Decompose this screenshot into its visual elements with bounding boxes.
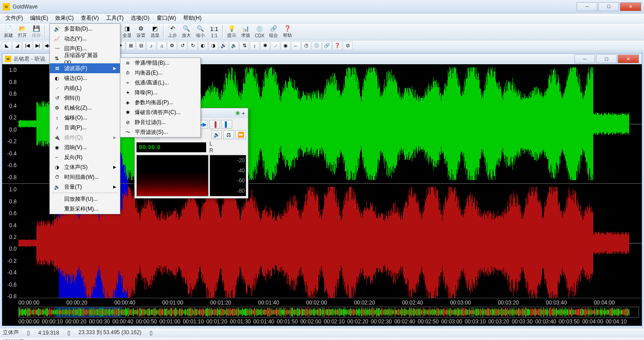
menu-item[interactable]: ⊘静音过滤(I)... [120,117,200,127]
effect-toolbar-button[interactable]: ⟋ [270,41,280,50]
toolbar-button-提示[interactable]: 💡提示 [225,24,238,40]
menu-item[interactable]: ↕偏移(O)... [50,113,120,123]
menu-item[interactable]: 编辑(E) [26,13,52,23]
menu-item[interactable]: ←反向(R) [50,152,120,162]
toolbar-button-上步[interactable]: ↶上步 [166,24,179,40]
menu-item[interactable]: ⚙机械化(Z)... [50,103,120,113]
menu-item-icon [53,205,62,212]
toolbar-button-设置[interactable]: ⚙设置 [134,24,148,40]
effect-toolbar-button[interactable]: ↻ [188,41,198,50]
effect-toolbar-button[interactable]: ◐ [198,41,208,50]
menu-item-icon: 🔉 [53,183,62,190]
effect-toolbar-button[interactable]: 💿 [312,41,322,50]
submenu-arrow-icon: ▶ [113,165,116,169]
menu-item[interactable]: 选项(O) [127,13,153,23]
menu-item[interactable]: ◑立体声(S)▶ [50,162,120,172]
effect-toolbar-button[interactable]: ▶| [33,41,43,50]
menu-item[interactable]: 工具(T) [102,13,127,23]
menu-item[interactable]: 〜平滑滤波(S)... [120,127,200,137]
menu-item[interactable]: ✦降噪(R)... [120,88,200,97]
status-mode: 立体声 [3,329,19,336]
menu-item[interactable]: 〓滤波器(F)▶ [50,63,120,73]
overview-bar[interactable] [18,307,639,318]
menu-item[interactable]: 查看(V) [77,13,102,23]
toolbar-button-放大[interactable]: 🔍放大 [180,24,193,40]
toolbar-label: CDX [255,33,264,38]
effect-toolbar-button[interactable]: ↕ [250,41,260,50]
speed-icon[interactable]: ⏩ [235,130,246,139]
menu-item[interactable]: 回放频率(U)... [50,194,120,204]
toolbar-button-求值[interactable]: 📊求值 [239,24,252,40]
effect-toolbar-button[interactable]: ← [291,41,301,50]
menu-item[interactable]: 窗口(W) [153,13,180,23]
toolbar-button-全显[interactable]: ◨全显 [120,24,134,40]
menu-item[interactable]: ⫛均衡器(E)... [120,68,200,78]
volume-icon[interactable]: 🔊 [211,130,222,139]
menu-item[interactable]: 📈动态(Y)... [50,34,120,44]
effect-toolbar-button[interactable]: ◉ [281,41,291,50]
effect-toolbar-button[interactable]: ◢ [12,41,22,50]
doc-maximize-button[interactable]: ☐ [596,54,617,63]
menu-item[interactable]: ≋带通/带阻(B)... [120,58,200,68]
close-button[interactable]: ✕ [620,2,641,11]
menu-item[interactable]: ✱爆破音/滴答声(C)... [120,107,200,117]
effect-toolbar-button[interactable]: ♪ [146,41,156,50]
player-add-icon[interactable]: ＋ [241,110,246,117]
menu-item-icon [53,195,62,203]
maximize-button[interactable]: ☐ [598,2,619,11]
menu-item[interactable]: ⏱时间扭曲(W)... [50,172,120,182]
effect-toolbar-button[interactable]: ♫ [157,41,167,50]
toolbar-icon: 🔗 [270,25,277,32]
effect-toolbar-button[interactable]: ⊟ [136,41,146,50]
effect-toolbar-button[interactable]: ❓ [332,41,342,50]
menu-item[interactable]: 效果(C) [52,13,77,23]
menu-item-label: 立体声(S) [64,163,88,171]
menu-item[interactable]: ◈参数均衡器(P)... [120,97,200,107]
menu-item[interactable]: ⟋内插(L) [50,83,120,93]
effect-toolbar-button[interactable]: ⏱ [301,41,311,50]
menu-item[interactable]: 帮助(H) [180,13,205,23]
menu-item-icon: ⟋ [53,84,62,92]
marker-end-icon[interactable]: ▌ [221,120,232,129]
toolbar-button-组合[interactable]: 🔗组合 [267,24,280,40]
minimize-button[interactable]: ─ [577,2,597,11]
menu-item[interactable]: 🔉音量(T)▶ [50,182,120,192]
toolbar-button-缩小[interactable]: 🔍缩小 [194,24,207,40]
divider-icon: ▯ [67,330,71,336]
menu-item[interactable]: 🔊多普勒(D)... [50,24,120,34]
effect-toolbar-button[interactable]: ⇅ [239,41,249,50]
toolbar-button-选显[interactable]: ◩选显 [148,24,162,40]
effect-toolbar-button[interactable]: ◑ [208,41,218,50]
menu-item[interactable]: ≈低通/高通(L)... [120,78,200,88]
effect-toolbar-button[interactable]: ⚙ [167,41,177,50]
doc-minimize-button[interactable]: ─ [574,54,595,63]
effect-toolbar-button[interactable]: ⊞ [126,41,136,50]
menu-item[interactable]: ↺倒转(I) [50,93,120,103]
marker-start-icon[interactable]: ▐ [209,120,220,129]
menu-item[interactable]: 重新采样(M)... [50,204,120,214]
effect-toolbar-button[interactable]: 🔗 [322,41,332,50]
toolbar-button-新建[interactable]: 📄新建 [2,24,15,40]
balance-icon[interactable]: ⚖ [223,130,234,139]
toolbar-button-1:1[interactable]: 1:11:1 [207,24,221,40]
effect-toolbar-button[interactable]: 🔊 [219,41,229,50]
player-options-icon[interactable]: ◉ [235,110,240,117]
menu-item[interactable]: 文件(F) [2,13,26,23]
menu-item[interactable]: ♪音调(P)... [50,123,120,132]
toolbar-button-打开[interactable]: 📂打开 [16,24,29,40]
status-bar-hint: 滤波效果 [0,337,644,340]
effect-toolbar-button[interactable]: |◀ [22,41,32,50]
visualizer-spectrum [137,155,208,196]
toolbar-button-帮助[interactable]: ❓帮助 [281,24,294,40]
effect-toolbar-button[interactable]: ↺ [177,41,187,50]
toolbar-button-CDX[interactable]: 💿CDX [253,24,266,40]
effect-toolbar-button[interactable]: ◣ [2,41,12,50]
menu-item[interactable]: ◉混响(V)... [50,142,120,152]
menu-item-label: 内插(L) [64,84,82,92]
effect-toolbar-button[interactable]: ⊘ [343,41,353,50]
effect-toolbar-button[interactable]: ✱ [260,41,270,50]
effect-toolbar-button[interactable]: 🔉 [229,41,239,50]
menu-item[interactable]: ◐镶边(G)... [50,73,120,83]
menu-item[interactable]: ⇅压缩器/扩展器(X)... [50,53,120,63]
doc-close-button[interactable]: ✕ [618,54,639,63]
